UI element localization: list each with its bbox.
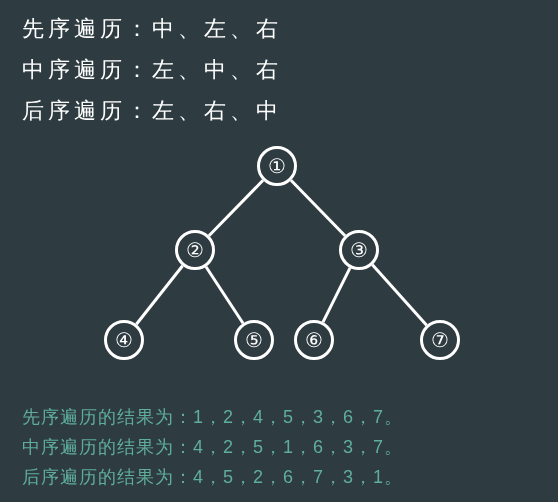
definition-preorder: 先序遍历：中、左、右 xyxy=(22,14,282,44)
tree-node-2: ② xyxy=(175,230,215,270)
result-postorder: 后序遍历的结果为：4，5，2，6，7，3，1。 xyxy=(22,462,403,492)
definition-postorder: 后序遍历：左、右、中 xyxy=(22,96,282,126)
tree-edge xyxy=(206,267,243,324)
results-block: 先序遍历的结果为：1，2，4，5，3，6，7。 中序遍历的结果为：4，2，5，1… xyxy=(22,402,403,492)
result-preorder-values: 1，2，4，5，3，6，7。 xyxy=(193,407,403,427)
tree-edge xyxy=(209,180,263,235)
tree-node-7: ⑦ xyxy=(420,320,460,360)
tree-edge xyxy=(323,268,350,322)
result-postorder-label: 后序遍历的结果为： xyxy=(22,467,193,487)
result-preorder: 先序遍历的结果为：1，2，4，5，3，6，7。 xyxy=(22,402,403,432)
diagram-container: 先序遍历：中、左、右 中序遍历：左、中、右 后序遍历：左、右、中 ①②③④⑤⑥⑦… xyxy=(0,0,558,502)
result-inorder-label: 中序遍历的结果为： xyxy=(22,437,193,457)
result-postorder-values: 4，5，2，6，7，3，1。 xyxy=(193,467,403,487)
tree-edge xyxy=(372,265,426,325)
result-inorder-values: 4，2，5，1，6，3，7。 xyxy=(193,437,403,457)
tree-diagram: ①②③④⑤⑥⑦ xyxy=(0,140,558,380)
tree-node-5: ⑤ xyxy=(234,320,274,360)
definition-inorder: 中序遍历：左、中、右 xyxy=(22,55,282,85)
result-inorder: 中序遍历的结果为：4，2，5，1，6，3，7。 xyxy=(22,432,403,462)
result-preorder-label: 先序遍历的结果为： xyxy=(22,407,193,427)
tree-edge xyxy=(291,180,345,235)
tree-node-3: ③ xyxy=(339,230,379,270)
tree-node-1: ① xyxy=(257,146,297,186)
tree-edge xyxy=(136,266,182,325)
tree-node-4: ④ xyxy=(104,320,144,360)
tree-node-6: ⑥ xyxy=(294,320,334,360)
